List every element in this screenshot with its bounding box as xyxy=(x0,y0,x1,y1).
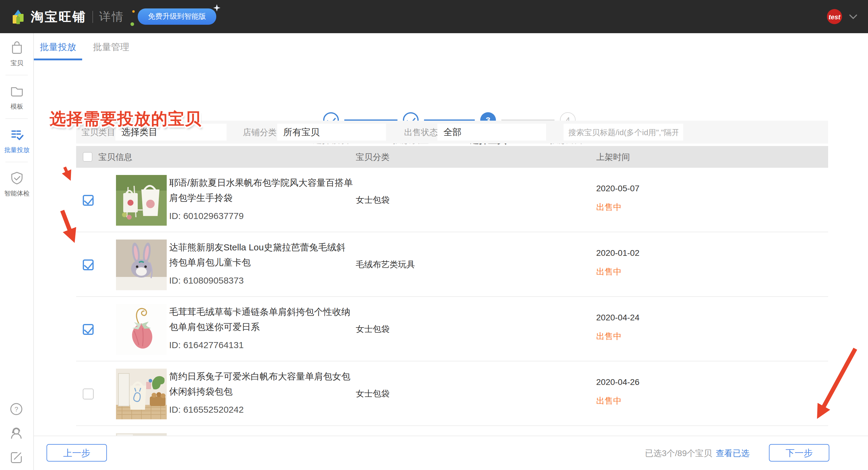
row-checkbox[interactable] xyxy=(83,195,94,206)
sidebar-item-batch-publish[interactable]: 批量投放 xyxy=(0,120,33,161)
status-badge: 出售中 xyxy=(596,331,639,342)
product-title: 耶语/新款夏日水果帆布包学院风大容量百搭单肩包学生手拎袋 xyxy=(169,175,353,205)
sidebar-item-smart-check[interactable]: 智能体检 xyxy=(0,164,33,204)
taobao-wangpu-logo-icon xyxy=(11,9,25,25)
next-step-button[interactable]: 下一步 xyxy=(769,444,829,462)
table-header: 宝贝信息 宝贝分类 上架时间 xyxy=(76,146,828,168)
sidebar-item-templates[interactable]: 模板 xyxy=(0,77,33,117)
top-bar: 淘宝旺铺 详情 免费升级到智能版 test xyxy=(0,0,868,33)
tab-batch-manage[interactable]: 批量管理 xyxy=(87,33,135,60)
main-content: 批量投放 批量管理 3 4 选择模块 投放设置 选择宝贝 投放结果 选择需要投放… xyxy=(34,33,868,470)
product-id: ID: 610809058373 xyxy=(169,275,353,286)
tutorial-annotation: 选择需要投放的宝贝 xyxy=(50,108,202,130)
folder-icon xyxy=(9,83,25,99)
sale-status-select[interactable]: 全部 xyxy=(437,124,546,141)
scale-wrapper: 淘宝旺铺 详情 免费升级到智能版 test 宝贝 xyxy=(0,0,868,470)
filter-label-shop-category: 店铺分类 xyxy=(243,121,277,144)
product-info: 耶语/新款夏日水果帆布包学院风大容量百搭单肩包学生手拎袋 ID: 6010296… xyxy=(169,175,353,221)
product-thumbnail xyxy=(116,369,167,419)
sparkle-icon xyxy=(213,4,220,11)
product-id: ID: 616552520242 xyxy=(169,404,353,414)
upgrade-badge[interactable]: 免费升级到智能版 xyxy=(138,8,216,25)
listed-date: 2020-04-24 xyxy=(596,312,639,322)
confetti-dot-orange-icon xyxy=(132,10,135,13)
table-row-partial: 夏2020新款刺绣小熊藏QB斜挎包布包ins原宿 xyxy=(76,426,828,436)
view-selected-link[interactable]: 查看已选 xyxy=(716,448,750,458)
sidebar-divider xyxy=(5,162,28,162)
listed-date: 2020-01-02 xyxy=(596,248,639,258)
column-header-item-info: 宝贝信息 xyxy=(98,146,132,168)
product-id: ID: 601029637779 xyxy=(169,210,353,221)
chevron-down-icon xyxy=(849,14,857,19)
listed-info: 2020-01-02 出售中 xyxy=(596,248,639,277)
table-body: 耶语/新款夏日水果帆布包学院风大容量百搭单肩包学生手拎袋 ID: 6010296… xyxy=(76,168,828,436)
shop-category-select[interactable]: 所有宝贝 xyxy=(277,124,386,141)
help-icon[interactable]: ? xyxy=(10,402,23,416)
row-checkbox[interactable] xyxy=(83,260,94,270)
product-title: 达菲熊新朋友Stella Lou史黛拉芭蕾兔毛绒斜挎包单肩包儿童卡包 xyxy=(169,239,353,270)
footer-bar: 上一步 已选3个/89个宝贝查看已选 下一步 xyxy=(34,436,868,470)
product-category: 女士包袋 xyxy=(356,297,390,361)
tab-bar: 批量投放 批量管理 xyxy=(34,33,868,60)
app-root: 淘宝旺铺 详情 免费升级到智能版 test 宝贝 xyxy=(0,0,868,470)
tab-batch-publish[interactable]: 批量投放 xyxy=(34,33,82,60)
product-info: 简约日系兔子可爱米白帆布大容量单肩包女包休闲斜挎袋包包 ID: 61655252… xyxy=(169,369,353,414)
search-input[interactable] xyxy=(564,124,683,141)
product-title: 简约日系兔子可爱米白帆布大容量单肩包女包休闲斜挎袋包包 xyxy=(169,369,353,399)
brand-section: 详情 xyxy=(99,9,124,25)
feedback-edit-icon[interactable] xyxy=(10,451,23,464)
table-row: 毛茸茸毛绒草莓卡通链条单肩斜挎包个性收纳包单肩包迷你可爱日系 ID: 61642… xyxy=(76,297,828,361)
product-category: 女士包袋 xyxy=(356,168,390,232)
sidebar-divider xyxy=(5,75,28,75)
filter-label-sale-status: 出售状态 xyxy=(404,121,438,144)
confetti-dot-green-icon xyxy=(130,22,134,26)
table-row: 耶语/新款夏日水果帆布包学院风大容量百搭单肩包学生手拎袋 ID: 6010296… xyxy=(76,168,828,232)
batch-list-check-icon xyxy=(9,127,25,142)
shield-check-icon xyxy=(9,170,25,186)
product-title: 毛茸茸毛绒草莓卡通链条单肩斜挎包个性收纳包单肩包迷你可爱日系 xyxy=(169,304,353,334)
customer-service-icon[interactable] xyxy=(9,426,24,440)
table-row: 简约日系兔子可爱米白帆布大容量单肩包女包休闲斜挎袋包包 ID: 61655252… xyxy=(76,361,828,426)
select-all-checkbox[interactable] xyxy=(83,152,92,162)
sidebar-divider xyxy=(5,118,28,119)
row-checkbox[interactable] xyxy=(83,324,94,335)
brand-title: 淘宝旺铺 xyxy=(31,8,86,25)
product-id: ID: 616427764131 xyxy=(169,340,353,350)
listed-info: 2020-04-24 出售中 xyxy=(596,312,639,342)
product-thumbnail xyxy=(116,239,167,290)
table-row: 达菲熊新朋友Stella Lou史黛拉芭蕾兔毛绒斜挎包单肩包儿童卡包 ID: 6… xyxy=(76,232,828,297)
listed-info: 2020-04-26 出售中 xyxy=(596,377,639,407)
previous-step-button[interactable]: 上一步 xyxy=(46,444,107,462)
product-info: 毛茸茸毛绒草莓卡通链条单肩斜挎包个性收纳包单肩包迷你可爱日系 ID: 61642… xyxy=(169,304,353,350)
listed-date: 2020-05-07 xyxy=(596,183,639,193)
listed-date: 2020-04-26 xyxy=(596,377,639,387)
row-checkbox[interactable] xyxy=(83,389,94,399)
sidebar: 宝贝 模板 批量投放 智能体检 xyxy=(0,33,34,470)
brand-divider xyxy=(92,10,93,23)
status-badge: 出售中 xyxy=(596,267,639,277)
sidebar-bottom-tools: ? xyxy=(0,402,33,464)
product-thumbnail xyxy=(116,304,167,355)
sidebar-item-items[interactable]: 宝贝 xyxy=(0,33,33,74)
product-info: 达菲熊新朋友Stella Lou史黛拉芭蕾兔毛绒斜挎包单肩包儿童卡包 ID: 6… xyxy=(169,239,353,286)
listed-info: 2020-05-07 出售中 xyxy=(596,183,639,213)
svg-text:?: ? xyxy=(14,405,18,413)
status-badge: 出售中 xyxy=(596,202,639,213)
product-category: 女士包袋 xyxy=(356,361,390,426)
product-thumbnail xyxy=(116,175,167,226)
column-header-item-category: 宝贝分类 xyxy=(356,146,390,168)
selected-count-text: 已选3个/89个宝贝 xyxy=(645,448,712,458)
upgrade-badge-label: 免费升级到智能版 xyxy=(138,8,216,25)
selection-summary: 已选3个/89个宝贝查看已选 xyxy=(645,436,750,470)
avatar: test xyxy=(827,9,842,24)
handbag-icon xyxy=(9,40,25,56)
product-category: 毛绒布艺类玩具 xyxy=(356,232,415,297)
column-header-listed-time: 上架时间 xyxy=(596,146,630,168)
status-badge: 出售中 xyxy=(596,396,639,407)
account-menu[interactable]: test xyxy=(827,9,857,24)
